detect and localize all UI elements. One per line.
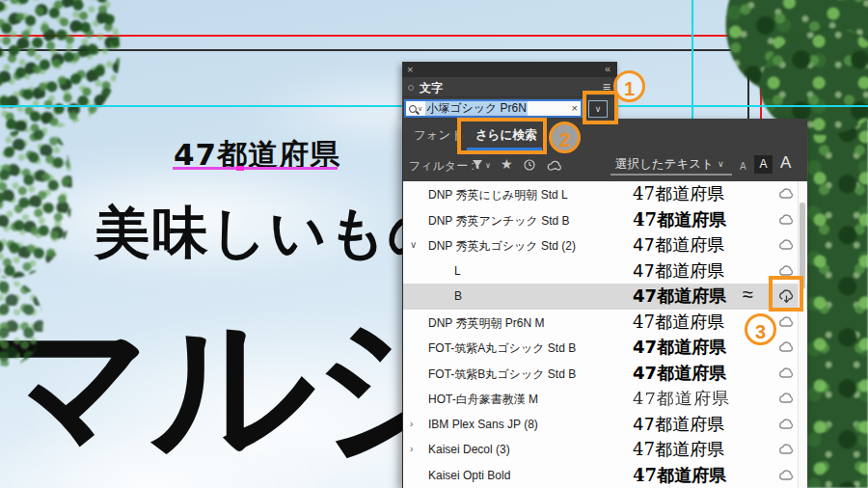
font-name: FOT-筑紫B丸ゴシック Std B (428, 366, 576, 383)
font-preview-sample: 47都道府県 (633, 387, 730, 409)
font-name: B (454, 289, 462, 303)
font-row[interactable]: ›Kaisei Decol (3)47都道府県 (403, 437, 807, 463)
adobe-fonts-cloud-icon[interactable] (778, 187, 796, 202)
font-row[interactable]: ∨DNP 秀英丸ゴシック Std (2)47都道府県 (403, 232, 807, 258)
search-options-caret-icon[interactable]: ∨ (418, 105, 422, 113)
selection-handle (236, 166, 244, 171)
font-preview-sample: 47都道府県 (633, 311, 724, 334)
panel-tab-character[interactable]: 文字 (420, 80, 443, 96)
favorites-filter-icon[interactable]: ★ (501, 156, 513, 172)
adobe-fonts-cloud-icon[interactable] (778, 366, 796, 381)
adobe-fonts-cloud-icon[interactable] (778, 443, 796, 457)
collapse-panel-icon[interactable]: « (605, 62, 610, 76)
font-preview-sample: 47都道府県 (633, 464, 726, 487)
annotation-box-find-more-tab (457, 118, 547, 154)
artwork-line2: 美味しいもの (95, 196, 447, 271)
font-name: Kaisei Opti Bold (428, 469, 510, 482)
sample-size-large-button[interactable]: A (780, 153, 791, 173)
font-preview-sample: 47都道府県 (633, 208, 726, 231)
font-row[interactable]: DNP 秀英アンチック Std B47都道府県 (403, 207, 807, 233)
sample-text-select[interactable]: 選択したテキスト (615, 156, 714, 173)
font-preview-sample: 47都道府県 (633, 362, 726, 385)
sample-size-small-button[interactable]: A (740, 161, 746, 172)
font-name: DNP 秀英明朝 Pr6N M (428, 315, 544, 332)
adobe-fonts-cloud-icon[interactable] (778, 340, 796, 355)
expand-family-icon[interactable]: › (410, 419, 413, 429)
annotation-box-dropdown-button (583, 91, 618, 124)
font-preview-sample: 47都道府県 (633, 233, 724, 257)
clear-search-icon[interactable]: × (572, 101, 578, 116)
indesign-workspace: 47都道府県 美味しいもの マルシ × « 文字 ≡ ∨ 小塚ゴシック Pr6N… (0, 0, 868, 488)
font-name: HOT-白舟篆書教漢 M (428, 392, 538, 408)
font-name: DNP 秀英にじみ明朝 Std L (428, 187, 568, 203)
annotation-step-3: 3 (745, 313, 776, 345)
font-row[interactable]: ›IBM Plex Sans JP (8)47都道府県 (403, 412, 807, 438)
font-name: Kaisei Decol (3) (428, 443, 510, 456)
annotation-step-1: 1 (613, 70, 645, 102)
search-value-selected: 小塚ゴシック Pr6N (425, 101, 528, 116)
similar-font-indicator: ≈ (743, 284, 753, 306)
adobe-fonts-cloud-icon[interactable] (778, 392, 796, 406)
adobe-fonts-cloud-icon[interactable] (778, 418, 796, 432)
text-selection-underline (173, 167, 338, 170)
tab-fonts[interactable]: フォント (414, 127, 463, 144)
font-row[interactable]: Kaisei Opti Bold47都道府県 (403, 463, 807, 488)
sample-size-medium-button[interactable]: A (754, 155, 773, 174)
panel-titlebar: × « (402, 62, 617, 77)
adobe-fonts-cloud-icon[interactable] (778, 315, 796, 330)
annotation-box-activate-icon (769, 276, 803, 312)
tab-dot-icon (408, 85, 414, 91)
filter-caret-icon[interactable]: ∨ (485, 161, 491, 170)
sample-text-caret-icon[interactable]: ∨ (718, 159, 724, 169)
sample-text-underline (610, 174, 732, 176)
font-search-input[interactable]: ∨ 小塚ゴシック Pr6N × (404, 99, 583, 118)
cyan-guide-vertical (692, 0, 693, 119)
font-name: DNP 秀英丸ゴシック Std (2) (428, 238, 576, 255)
filter-funnel-icon[interactable] (472, 159, 483, 171)
search-icon (409, 105, 417, 113)
filter-label: フィルター : (409, 158, 475, 175)
font-row[interactable]: L47都道府県 (403, 258, 807, 285)
font-name: IBM Plex Sans JP (8) (428, 418, 538, 431)
font-preview-sample: 47都道府県 (633, 182, 724, 205)
font-name: DNP 秀英アンチック Std B (428, 213, 570, 230)
font-search-dropdown: フォント さらに検索 フィルター : ∨ ★ 選択したテキスト ∨ A A A … (402, 119, 807, 488)
font-row[interactable]: FOT-筑紫B丸ゴシック Std B47都道府県 (403, 361, 807, 387)
font-preview-sample: 47都道府県 (633, 259, 724, 283)
expand-family-icon[interactable]: › (410, 444, 413, 454)
font-name: FOT-筑紫A丸ゴシック Std B (428, 340, 576, 357)
font-row[interactable]: DNP 秀英にじみ明朝 Std L47都道府県 (403, 181, 807, 207)
close-icon[interactable]: × (407, 63, 413, 76)
font-preview-sample: 47都道府県 (633, 438, 724, 461)
activated-fonts-filter-icon[interactable] (547, 160, 563, 172)
collapse-family-icon[interactable]: ∨ (410, 239, 417, 250)
adobe-fonts-cloud-icon[interactable] (778, 238, 796, 253)
adobe-fonts-cloud-icon[interactable] (778, 213, 796, 228)
font-preview-sample: 47都道府県 (633, 413, 724, 436)
font-preview-sample: 47都道府県 (633, 285, 726, 308)
font-preview-sample: 47都道府県 (633, 336, 726, 359)
font-row[interactable]: HOT-白舟篆書教漢 M47都道府県 (403, 386, 807, 412)
font-row[interactable]: B47都道府県≈ (403, 284, 807, 310)
font-name: L (454, 264, 461, 278)
annotation-step-2: 2 (549, 122, 581, 153)
adobe-fonts-cloud-icon[interactable] (778, 469, 796, 483)
recent-filter-icon[interactable] (524, 159, 535, 171)
